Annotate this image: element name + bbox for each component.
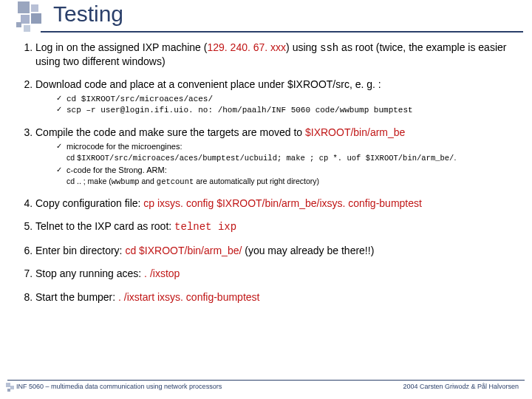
item-8: Start the bumper: . /ixstart ixsys. conf…	[35, 291, 525, 304]
item-5: Telnet to the IXP card as root: telnet i…	[35, 220, 525, 234]
item-7: Stop any running aces: . /ixstop	[35, 267, 525, 281]
sub-2b: scp –r user@login.ifi.uio. no: /hom/paal…	[56, 104, 525, 116]
footer-left: INF 5060 – multimedia data communication…	[16, 383, 222, 390]
numbered-list: Log in on the assigned IXP machine (129.…	[9, 41, 525, 304]
footer-right: 2004 Carsten Griwodz & Pål Halvorsen	[403, 383, 519, 390]
sub-2a: cd $IXROOT/src/microaces/aces/	[56, 93, 525, 105]
item-3: Compile the code and make sure the targe…	[35, 126, 525, 187]
title-underline	[41, 31, 523, 33]
slide-title: Testing	[53, 1, 123, 27]
item-2-sublist: cd $IXROOT/src/microaces/aces/ scp –r us…	[56, 93, 525, 117]
sub-3b: c-code for the Strong. ARM: cd .. ; make…	[56, 165, 525, 187]
footer: INF 5060 – multimedia data communication…	[0, 380, 532, 396]
item-4: Copy configuration file: cp ixsys. confi…	[35, 197, 525, 211]
sub-3a: microcode for the microengines: cd $IXRO…	[56, 141, 525, 163]
item-1: Log in on the assigned IXP machine (129.…	[35, 41, 525, 68]
footer-line	[7, 380, 525, 381]
title-bar: Testing	[0, 0, 532, 35]
content-body: Log in on the assigned IXP machine (129.…	[9, 41, 525, 314]
item-2: Download code and place at a convenient …	[35, 78, 525, 116]
item-6: Enter bin directory: cd $IXROOT/bin/arm_…	[35, 245, 525, 258]
item-3-sublist: microcode for the microengines: cd $IXRO…	[56, 141, 525, 187]
